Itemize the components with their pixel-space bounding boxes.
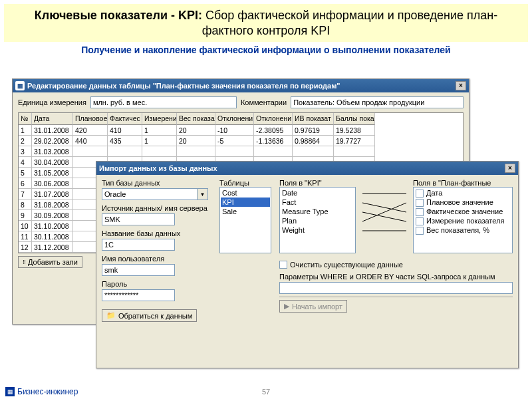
- table-cell[interactable]: 30.04.2008: [32, 157, 73, 168]
- table-header-cell[interactable]: Фактичес: [108, 113, 142, 125]
- table-cell[interactable]: 30.09.2008: [32, 210, 73, 221]
- table-cell[interactable]: 3: [19, 146, 32, 157]
- table-row[interactable]: 131.01.2008420410120-10-2.380950.9761919…: [19, 125, 463, 136]
- table-row[interactable]: 229.02.2008440435120-5-1.136360.9886419.…: [19, 136, 463, 146]
- table-header-cell[interactable]: Вес показа: [177, 113, 215, 125]
- table-header-cell[interactable]: Баллы пока: [334, 113, 375, 125]
- chevron-down-icon[interactable]: ▼: [198, 188, 208, 200]
- where-input[interactable]: [279, 282, 513, 294]
- password-input[interactable]: [102, 289, 175, 301]
- table-header-cell[interactable]: Измерени: [142, 113, 177, 125]
- start-import-button[interactable]: ▶ Начать импорт: [279, 300, 347, 313]
- table-cell[interactable]: 31.01.2008: [32, 125, 73, 136]
- table-cell[interactable]: [73, 146, 108, 157]
- list-item[interactable]: Измерение показателя: [414, 216, 511, 225]
- list-item[interactable]: Sale: [221, 207, 270, 216]
- field-checkbox[interactable]: [416, 217, 424, 225]
- table-cell[interactable]: 7: [19, 189, 32, 200]
- list-item[interactable]: Plan: [281, 216, 354, 225]
- list-item[interactable]: Cost: [221, 188, 270, 198]
- tables-listbox[interactable]: CostKPISale: [219, 187, 271, 253]
- table-cell[interactable]: 2: [19, 136, 32, 146]
- table-cell[interactable]: 4: [19, 157, 32, 168]
- field-checkbox[interactable]: [416, 190, 424, 198]
- field-checkbox[interactable]: [416, 199, 424, 207]
- comment-input[interactable]: [291, 96, 464, 108]
- table-cell[interactable]: 12: [19, 242, 32, 253]
- table-cell[interactable]: 9: [19, 210, 32, 221]
- table-cell[interactable]: 0.98864: [293, 136, 334, 146]
- table-cell[interactable]: -5: [215, 136, 254, 146]
- list-item[interactable]: Weight: [281, 225, 354, 235]
- table-cell[interactable]: 31.12.2008: [32, 242, 73, 253]
- unit-input[interactable]: [90, 96, 237, 108]
- target-fields-listbox[interactable]: ДатаПлановое значениеФактическое значени…: [413, 187, 513, 253]
- table-cell[interactable]: [142, 146, 177, 157]
- table-cell[interactable]: [215, 146, 254, 157]
- db-type-dropdown[interactable]: ▼: [102, 188, 211, 200]
- table-cell[interactable]: [334, 146, 375, 157]
- table-cell[interactable]: 410: [108, 125, 142, 136]
- table-cell[interactable]: 8: [19, 200, 32, 210]
- table-header-cell[interactable]: Плановое: [73, 113, 108, 125]
- table-cell[interactable]: 1: [142, 125, 177, 136]
- table-cell[interactable]: 10: [19, 221, 32, 231]
- add-record-button[interactable]: ⁝⁝ Добавить запи: [18, 256, 82, 268]
- datasource-input[interactable]: [102, 213, 175, 225]
- table-cell[interactable]: 5: [19, 168, 32, 178]
- table-header-cell[interactable]: Отклонени: [215, 113, 254, 125]
- table-cell[interactable]: 31.08.2008: [32, 200, 73, 210]
- field-checkbox[interactable]: [416, 227, 424, 235]
- db-type-value[interactable]: [102, 188, 198, 200]
- list-item[interactable]: Date: [281, 188, 354, 198]
- table-cell[interactable]: 435: [108, 136, 142, 146]
- table-header-cell[interactable]: Дата: [32, 113, 73, 125]
- titlebar-1[interactable]: ▦ Редактирование данных таблицы "План-фа…: [13, 79, 469, 92]
- table-cell[interactable]: [254, 146, 293, 157]
- table-cell[interactable]: -2.38095: [254, 125, 293, 136]
- table-cell[interactable]: 1: [19, 125, 32, 136]
- list-item[interactable]: Вес показателя, %: [414, 225, 511, 235]
- table-cell[interactable]: 6: [19, 178, 32, 189]
- list-item[interactable]: Плановое значение: [414, 198, 511, 207]
- table-cell[interactable]: 29.02.2008: [32, 136, 73, 146]
- table-cell[interactable]: 0.97619: [293, 125, 334, 136]
- table-cell[interactable]: 31.05.2008: [32, 168, 73, 178]
- table-header-cell[interactable]: ИВ показат: [293, 113, 334, 125]
- close-icon[interactable]: ×: [456, 81, 466, 90]
- connect-button[interactable]: 📁 Обратиться к данным: [102, 309, 197, 322]
- table-cell[interactable]: [108, 146, 142, 157]
- titlebar-2[interactable]: Импорт данных из базы данных ×: [96, 162, 518, 175]
- dbname-input[interactable]: [102, 239, 175, 251]
- table-cell[interactable]: 420: [73, 125, 108, 136]
- table-header-cell[interactable]: Отклонени: [254, 113, 293, 125]
- table-cell[interactable]: 11: [19, 231, 32, 242]
- table-cell[interactable]: 440: [73, 136, 108, 146]
- table-row[interactable]: 331.03.2008: [19, 146, 463, 157]
- table-cell[interactable]: 31.07.2008: [32, 189, 73, 200]
- clear-data-checkbox[interactable]: [279, 261, 287, 269]
- field-checkbox[interactable]: [416, 208, 424, 216]
- table-cell[interactable]: 20: [177, 136, 215, 146]
- table-cell[interactable]: 31.03.2008: [32, 146, 73, 157]
- table-cell[interactable]: [177, 146, 215, 157]
- list-item[interactable]: Дата: [414, 188, 511, 198]
- list-item[interactable]: Фактическое значение: [414, 207, 511, 216]
- table-cell[interactable]: 31.10.2008: [32, 221, 73, 231]
- table-cell[interactable]: 30.06.2008: [32, 178, 73, 189]
- list-item[interactable]: Fact: [281, 198, 354, 207]
- table-cell[interactable]: 19.7727: [334, 136, 375, 146]
- table-cell[interactable]: 19.5238: [334, 125, 375, 136]
- table-cell[interactable]: -10: [215, 125, 254, 136]
- table-cell[interactable]: 1: [142, 136, 177, 146]
- table-cell[interactable]: [293, 146, 334, 157]
- list-item[interactable]: Measure Type: [281, 207, 354, 216]
- table-cell[interactable]: 30.11.2008: [32, 231, 73, 242]
- close-icon[interactable]: ×: [505, 164, 515, 173]
- table-cell[interactable]: -1.13636: [254, 136, 293, 146]
- kpi-fields-listbox[interactable]: DateFactMeasure TypePlanWeight: [279, 187, 356, 253]
- username-input[interactable]: [102, 264, 175, 276]
- table-header-cell[interactable]: №: [19, 113, 32, 125]
- list-item[interactable]: KPI: [221, 198, 270, 207]
- table-cell[interactable]: 20: [177, 125, 215, 136]
